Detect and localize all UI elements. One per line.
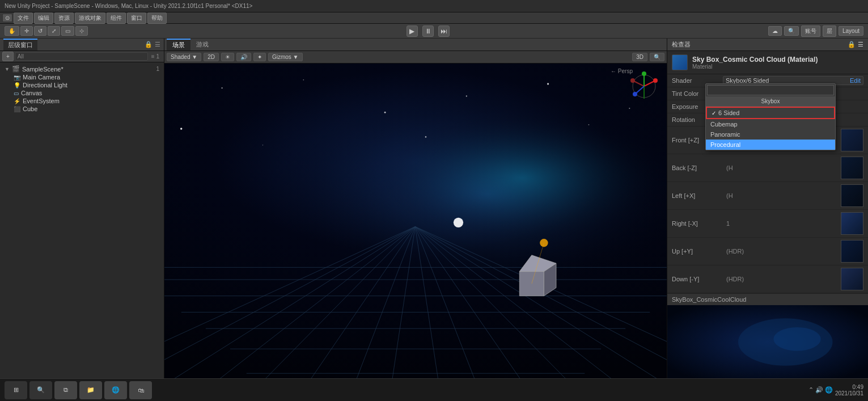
- menu-help-btn[interactable]: 帮助: [147, 12, 167, 24]
- move-tool[interactable]: ✛: [20, 26, 33, 36]
- down-tex-value: (HDR): [726, 276, 837, 282]
- scene-search2[interactable]: 🔍: [650, 53, 664, 61]
- hierarchy-item-canvas[interactable]: ▭ Canvas: [0, 89, 164, 97]
- rect-tool[interactable]: ▭: [61, 26, 74, 36]
- hierarchy-item-maincamera[interactable]: 📷 Main Camera: [0, 73, 164, 81]
- pause-button[interactable]: ⏸: [422, 26, 434, 37]
- dropdown-item-procedural[interactable]: Procedural: [706, 140, 835, 150]
- svg-point-5: [180, 128, 182, 129]
- down-tex-thumb[interactable]: [841, 268, 863, 290]
- hierarchy-item-eventsystem[interactable]: ⚡ EventSystem: [0, 97, 164, 105]
- right-tex-thumb[interactable]: [841, 212, 863, 235]
- transform-tool[interactable]: ⊹: [75, 26, 88, 36]
- taskbar-files[interactable]: 📁: [79, 381, 102, 399]
- clock: 0:49 2021/10/31: [835, 384, 863, 396]
- up-tex-thumb[interactable]: [841, 240, 863, 263]
- front-tex-thumb[interactable]: [841, 129, 863, 151]
- right-tex-label: Right [-X]: [672, 220, 723, 227]
- hierarchy-menu-icon[interactable]: ☰: [155, 41, 160, 48]
- hierarchy-item-dirlight[interactable]: 💡 Directional Light: [0, 81, 164, 89]
- right-tex-row: Right [-X] 1: [667, 210, 868, 238]
- scene-lighting-btn[interactable]: ☀: [221, 53, 234, 61]
- taskbar: ⊞ 🔍 ⧉ 📁 🌐 🛍 ⌃ 🔊 🌐 0:49 2021/10/31: [0, 378, 868, 401]
- hierarchy-header: 层级窗口 🔒 ☰: [0, 39, 164, 51]
- hierarchy-item-cube[interactable]: ⬛ Cube: [0, 105, 164, 113]
- scene-toolbar: Shaded ▼ 2D ☀ 🔊 ✦ Gizmos ▼ 3D 🔍: [164, 51, 667, 64]
- game-tab[interactable]: 游戏: [190, 39, 214, 50]
- inspector-lock-icon[interactable]: 🔒: [848, 41, 856, 48]
- collab-btn[interactable]: ☁: [768, 26, 782, 36]
- taskbar-store[interactable]: 🛍: [129, 381, 152, 399]
- material-type: Material: [692, 64, 818, 70]
- material-title-row: Sky Box_Cosmic Cool Cloud (Material) Mat…: [667, 51, 868, 74]
- taskbar-edge[interactable]: 🌐: [104, 381, 127, 399]
- scene-tab[interactable]: 场景: [167, 39, 190, 50]
- play-button[interactable]: ▶: [407, 26, 418, 37]
- svg-point-8: [466, 95, 467, 96]
- scene-2d-btn[interactable]: 2D: [204, 53, 219, 61]
- inspector-title: 检查器: [672, 40, 691, 49]
- layout-btn[interactable]: Layout: [839, 26, 863, 36]
- scale-tool[interactable]: ⤢: [48, 26, 60, 36]
- layers-btn[interactable]: 层: [823, 26, 836, 37]
- left-tex-row: Left [+X] (H: [667, 182, 868, 210]
- transform-tools: ✋ ✛ ↺ ⤢ ▭ ⊹: [5, 26, 88, 36]
- inspector-preview: [667, 305, 868, 379]
- svg-point-44: [454, 218, 463, 227]
- up-tex-label: Up [+Y]: [672, 248, 723, 255]
- rotate-tool[interactable]: ↺: [34, 26, 46, 36]
- hierarchy-panel: 层级窗口 🔒 ☰ + All ≡ 1 ▼ 🎬 SampleScene* 1 📷 …: [0, 39, 164, 390]
- svg-point-52: [630, 78, 635, 83]
- scene-draw-mode[interactable]: Shaded ▼: [167, 53, 201, 61]
- main-toolbar: ✋ ✛ ↺ ⤢ ▭ ⊹ ▶ ⏸ ⏭ ☁ 🔍 账号 层 Layout: [0, 24, 868, 39]
- playback-controls: ▶ ⏸ ⏭: [90, 26, 766, 37]
- back-tex-row: Back [-Z] (H: [667, 154, 868, 182]
- hierarchy-item-samplescene[interactable]: ▼ 🎬 SampleScene* 1: [0, 65, 164, 73]
- hierarchy-tab[interactable]: 层级窗口: [3, 39, 37, 50]
- back-tex-thumb[interactable]: [841, 157, 863, 179]
- search-btn[interactable]: 🔍: [784, 26, 799, 36]
- taskbar-taskview[interactable]: ⧉: [54, 381, 77, 399]
- left-tex-thumb[interactable]: [841, 184, 863, 207]
- menu-assets-btn[interactable]: 资源: [54, 12, 74, 24]
- account-btn[interactable]: 账号: [801, 26, 820, 37]
- hierarchy-search[interactable]: All: [15, 52, 148, 61]
- menu-gameobject-btn[interactable]: 游戏对象: [75, 12, 105, 24]
- taskbar-start[interactable]: ⊞: [5, 381, 27, 399]
- hierarchy-toolbar: + All ≡ 1: [0, 51, 164, 62]
- shader-edit-btn[interactable]: Edit: [850, 77, 861, 84]
- unity-logo[interactable]: ⊙: [2, 14, 12, 22]
- dropdown-item-cubemap[interactable]: Cubemap: [706, 119, 835, 129]
- taskbar-search[interactable]: 🔍: [29, 381, 52, 399]
- menu-bar: ⊙ 文件 编辑 资源 游戏对象 组件 窗口 帮助: [0, 12, 868, 24]
- scene-3d-toggle[interactable]: 3D: [632, 53, 647, 61]
- scene-gizmos-btn[interactable]: Gizmos ▼: [268, 53, 303, 61]
- menu-edit-btn2[interactable]: 编辑: [34, 12, 53, 24]
- right-tex-value: 1: [726, 220, 837, 227]
- hierarchy-count: ≡ 1: [149, 53, 162, 60]
- scene-fx-btn[interactable]: ✦: [253, 53, 266, 61]
- step-button[interactable]: ⏭: [438, 26, 450, 37]
- hierarchy-lock-icon[interactable]: 🔒: [145, 41, 153, 48]
- scene-audio-btn[interactable]: 🔊: [236, 53, 251, 61]
- menu-window-btn[interactable]: 窗口: [127, 12, 146, 24]
- inspector-header: 检查器 🔒 ☰: [667, 39, 868, 51]
- menu-edit-btn[interactable]: 文件: [14, 12, 33, 24]
- scene-view[interactable]: ← Persp: [164, 64, 667, 390]
- material-icon: [672, 54, 688, 70]
- dropdown-item-6sided[interactable]: ✓ 6 Sided: [706, 107, 835, 119]
- hierarchy-add-btn[interactable]: +: [2, 52, 14, 61]
- tray-icons: ⌃ 🔊 🌐: [808, 386, 833, 394]
- gizmo-svg: [627, 69, 661, 103]
- gizmo-widget[interactable]: [627, 69, 661, 103]
- menu-component-btn[interactable]: 组件: [107, 12, 126, 24]
- dropdown-item-panoramic[interactable]: Panoramic: [706, 129, 835, 140]
- svg-point-57: [773, 327, 820, 351]
- shader-dropdown: Skybox ✓ 6 Sided Cubemap Panoramic Proce…: [705, 83, 836, 150]
- hand-tool[interactable]: ✋: [5, 26, 19, 36]
- inspector-menu-icon[interactable]: ☰: [858, 41, 863, 48]
- svg-point-14: [588, 124, 590, 125]
- shader-search-input[interactable]: [707, 85, 834, 95]
- scene-canvas: [164, 64, 667, 390]
- title-bar: New Unity Project - SampleScene - Window…: [0, 0, 868, 12]
